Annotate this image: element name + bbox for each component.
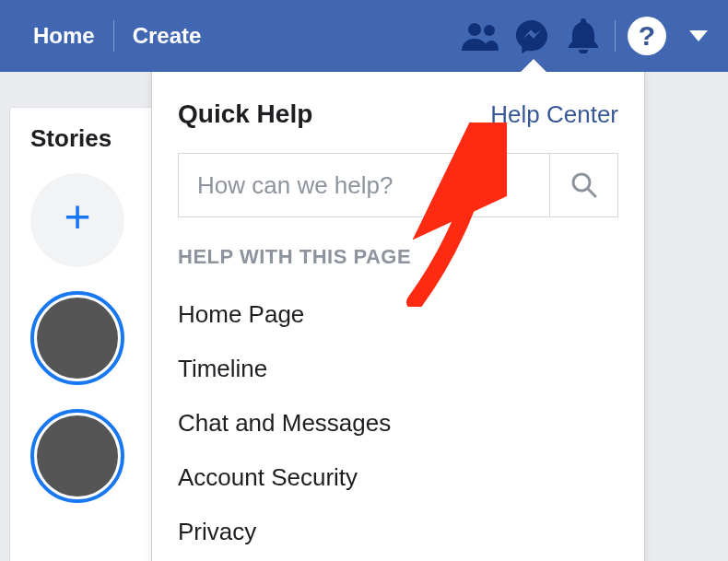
story-avatar xyxy=(37,415,118,497)
svg-point-0 xyxy=(468,23,481,36)
nav-separator-2 xyxy=(615,20,616,52)
help-search-row xyxy=(178,153,618,217)
svg-point-1 xyxy=(484,25,495,36)
nav-home[interactable]: Home xyxy=(20,23,108,49)
help-item-security[interactable]: Account Security xyxy=(178,450,618,505)
story-item[interactable] xyxy=(30,291,124,385)
friends-icon[interactable] xyxy=(454,10,506,62)
quick-help-panel: Quick Help Help Center HELP WITH THIS PA… xyxy=(151,72,645,561)
account-dropdown-icon[interactable] xyxy=(689,30,708,41)
messenger-icon[interactable] xyxy=(506,10,558,62)
add-story-button[interactable]: + xyxy=(30,173,124,267)
stories-title: Stories xyxy=(30,124,145,153)
help-section-label: HELP WITH THIS PAGE xyxy=(178,245,618,269)
help-item-privacy[interactable]: Privacy xyxy=(178,505,618,559)
svg-line-3 xyxy=(588,189,595,196)
search-icon xyxy=(570,171,598,199)
help-item-timeline[interactable]: Timeline xyxy=(178,342,618,396)
help-search-input[interactable] xyxy=(179,154,549,216)
help-center-link[interactable]: Help Center xyxy=(490,100,618,129)
plus-icon: + xyxy=(64,190,90,243)
nav-separator xyxy=(113,20,114,52)
story-avatar xyxy=(37,298,118,379)
nav-create[interactable]: Create xyxy=(120,23,215,49)
help-icon[interactable]: ? xyxy=(621,10,673,62)
search-button[interactable] xyxy=(549,154,617,216)
story-item[interactable] xyxy=(30,409,124,503)
stories-card: Stories + xyxy=(9,107,157,561)
top-navbar: Home Create ? xyxy=(0,0,728,72)
page-body: Stories + Quick Help Help Center HELP WI… xyxy=(0,72,728,561)
help-item-chat[interactable]: Chat and Messages xyxy=(178,396,618,450)
bell-icon[interactable] xyxy=(558,10,609,62)
help-item-homepage[interactable]: Home Page xyxy=(178,287,618,342)
quick-help-title: Quick Help xyxy=(178,99,312,129)
